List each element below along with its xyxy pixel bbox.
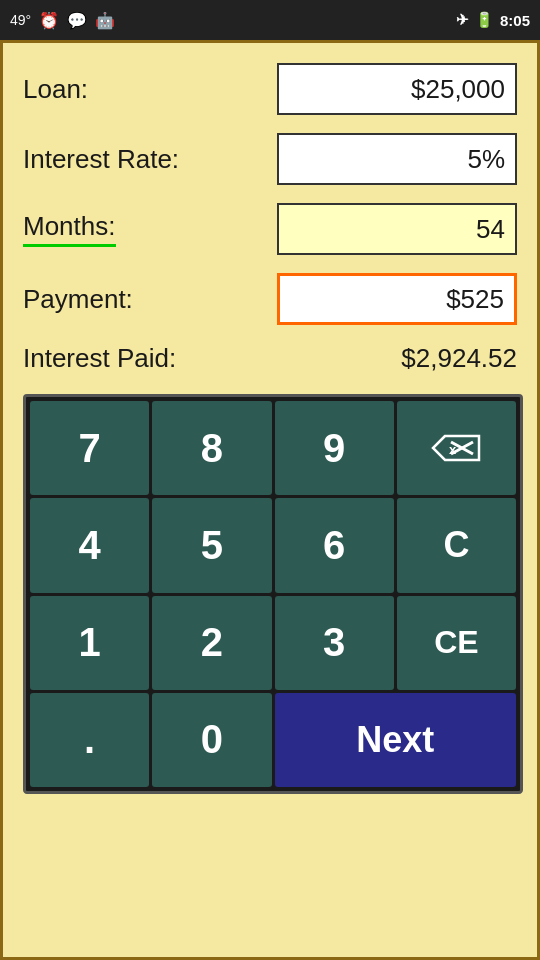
months-input[interactable]: 54 [277,203,517,255]
key-ce[interactable]: CE [397,596,516,690]
key-8[interactable]: 8 [152,401,271,495]
months-label: Months: [23,211,116,247]
battery-icon: 🔋 [475,11,494,29]
key-backspace[interactable]: x [397,401,516,495]
key-3[interactable]: 3 [275,596,394,690]
status-left: 49° ⏰ 💬 🤖 [10,11,115,30]
backspace-icon: x [431,432,481,464]
interest-paid-label: Interest Paid: [23,343,176,374]
interest-paid-value: $2,924.52 [401,343,517,374]
svg-text:x: x [449,442,457,457]
sms-icon: 💬 [67,11,87,30]
interest-paid-row: Interest Paid: $2,924.52 [23,343,517,374]
key-c[interactable]: C [397,498,516,592]
key-2[interactable]: 2 [152,596,271,690]
app-container: Loan: $25,000 Interest Rate: 5% Months: … [0,40,540,960]
key-dot[interactable]: . [30,693,149,787]
key-9[interactable]: 9 [275,401,394,495]
payment-row: Payment: $525 [23,273,517,325]
key-5[interactable]: 5 [152,498,271,592]
clock: 8:05 [500,12,530,29]
key-4[interactable]: 4 [30,498,149,592]
loan-row: Loan: $25,000 [23,63,517,115]
interest-rate-row: Interest Rate: 5% [23,133,517,185]
key-1[interactable]: 1 [30,596,149,690]
loan-input[interactable]: $25,000 [277,63,517,115]
payment-label: Payment: [23,284,133,315]
interest-rate-label: Interest Rate: [23,144,179,175]
months-row: Months: 54 [23,203,517,255]
interest-rate-input[interactable]: 5% [277,133,517,185]
key-7[interactable]: 7 [30,401,149,495]
key-next[interactable]: Next [275,693,517,787]
loan-label: Loan: [23,74,88,105]
status-bar: 49° ⏰ 💬 🤖 ✈ 🔋 8:05 [0,0,540,40]
key-0[interactable]: 0 [152,693,271,787]
payment-input[interactable]: $525 [277,273,517,325]
android-icon: 🤖 [95,11,115,30]
key-6[interactable]: 6 [275,498,394,592]
keypad: 7 8 9 x 4 5 6 C 1 2 3 CE . 0 Next [23,394,523,794]
airplane-icon: ✈ [456,11,469,29]
status-right: ✈ 🔋 8:05 [456,11,530,29]
alarm-icon: ⏰ [39,11,59,30]
temperature: 49° [10,12,31,28]
